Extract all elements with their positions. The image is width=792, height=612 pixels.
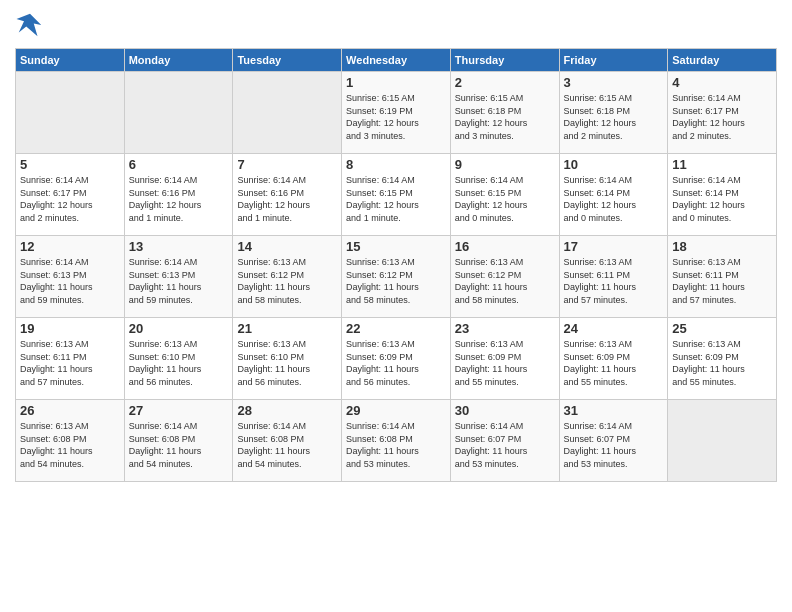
calendar-cell: 15Sunrise: 6:13 AM Sunset: 6:12 PM Dayli… xyxy=(342,236,451,318)
day-number: 8 xyxy=(346,157,446,172)
day-info: Sunrise: 6:13 AM Sunset: 6:10 PM Dayligh… xyxy=(237,338,337,388)
day-number: 6 xyxy=(129,157,229,172)
calendar-cell: 19Sunrise: 6:13 AM Sunset: 6:11 PM Dayli… xyxy=(16,318,125,400)
calendar-cell: 13Sunrise: 6:14 AM Sunset: 6:13 PM Dayli… xyxy=(124,236,233,318)
day-info: Sunrise: 6:13 AM Sunset: 6:09 PM Dayligh… xyxy=(564,338,664,388)
calendar-cell: 26Sunrise: 6:13 AM Sunset: 6:08 PM Dayli… xyxy=(16,400,125,482)
calendar-cell: 17Sunrise: 6:13 AM Sunset: 6:11 PM Dayli… xyxy=(559,236,668,318)
day-number: 2 xyxy=(455,75,555,90)
day-number: 3 xyxy=(564,75,664,90)
weekday-header: Friday xyxy=(559,49,668,72)
calendar-cell: 31Sunrise: 6:14 AM Sunset: 6:07 PM Dayli… xyxy=(559,400,668,482)
calendar-week-row: 1Sunrise: 6:15 AM Sunset: 6:19 PM Daylig… xyxy=(16,72,777,154)
day-info: Sunrise: 6:13 AM Sunset: 6:09 PM Dayligh… xyxy=(672,338,772,388)
weekday-header: Monday xyxy=(124,49,233,72)
day-number: 26 xyxy=(20,403,120,418)
day-info: Sunrise: 6:15 AM Sunset: 6:18 PM Dayligh… xyxy=(564,92,664,142)
day-number: 25 xyxy=(672,321,772,336)
day-number: 24 xyxy=(564,321,664,336)
calendar-cell: 3Sunrise: 6:15 AM Sunset: 6:18 PM Daylig… xyxy=(559,72,668,154)
calendar-cell: 4Sunrise: 6:14 AM Sunset: 6:17 PM Daylig… xyxy=(668,72,777,154)
day-number: 10 xyxy=(564,157,664,172)
calendar-cell xyxy=(668,400,777,482)
day-info: Sunrise: 6:13 AM Sunset: 6:11 PM Dayligh… xyxy=(20,338,120,388)
day-info: Sunrise: 6:13 AM Sunset: 6:12 PM Dayligh… xyxy=(346,256,446,306)
calendar-cell xyxy=(233,72,342,154)
calendar-cell: 30Sunrise: 6:14 AM Sunset: 6:07 PM Dayli… xyxy=(450,400,559,482)
day-info: Sunrise: 6:14 AM Sunset: 6:14 PM Dayligh… xyxy=(564,174,664,224)
calendar-cell: 16Sunrise: 6:13 AM Sunset: 6:12 PM Dayli… xyxy=(450,236,559,318)
day-info: Sunrise: 6:13 AM Sunset: 6:11 PM Dayligh… xyxy=(672,256,772,306)
day-number: 11 xyxy=(672,157,772,172)
day-number: 1 xyxy=(346,75,446,90)
day-number: 9 xyxy=(455,157,555,172)
day-info: Sunrise: 6:14 AM Sunset: 6:08 PM Dayligh… xyxy=(129,420,229,470)
day-number: 12 xyxy=(20,239,120,254)
day-number: 4 xyxy=(672,75,772,90)
calendar-cell: 28Sunrise: 6:14 AM Sunset: 6:08 PM Dayli… xyxy=(233,400,342,482)
day-info: Sunrise: 6:14 AM Sunset: 6:07 PM Dayligh… xyxy=(455,420,555,470)
calendar-cell: 20Sunrise: 6:13 AM Sunset: 6:10 PM Dayli… xyxy=(124,318,233,400)
calendar-week-row: 12Sunrise: 6:14 AM Sunset: 6:13 PM Dayli… xyxy=(16,236,777,318)
day-info: Sunrise: 6:13 AM Sunset: 6:08 PM Dayligh… xyxy=(20,420,120,470)
day-info: Sunrise: 6:13 AM Sunset: 6:12 PM Dayligh… xyxy=(455,256,555,306)
calendar-week-row: 19Sunrise: 6:13 AM Sunset: 6:11 PM Dayli… xyxy=(16,318,777,400)
calendar-cell: 2Sunrise: 6:15 AM Sunset: 6:18 PM Daylig… xyxy=(450,72,559,154)
day-info: Sunrise: 6:14 AM Sunset: 6:16 PM Dayligh… xyxy=(237,174,337,224)
day-number: 28 xyxy=(237,403,337,418)
weekday-header: Sunday xyxy=(16,49,125,72)
day-info: Sunrise: 6:14 AM Sunset: 6:17 PM Dayligh… xyxy=(672,92,772,142)
day-info: Sunrise: 6:14 AM Sunset: 6:16 PM Dayligh… xyxy=(129,174,229,224)
day-number: 5 xyxy=(20,157,120,172)
weekday-header: Saturday xyxy=(668,49,777,72)
page-container: SundayMondayTuesdayWednesdayThursdayFrid… xyxy=(0,0,792,492)
svg-marker-0 xyxy=(17,14,42,37)
day-number: 22 xyxy=(346,321,446,336)
day-number: 27 xyxy=(129,403,229,418)
day-info: Sunrise: 6:14 AM Sunset: 6:07 PM Dayligh… xyxy=(564,420,664,470)
calendar-cell: 11Sunrise: 6:14 AM Sunset: 6:14 PM Dayli… xyxy=(668,154,777,236)
weekday-header: Thursday xyxy=(450,49,559,72)
day-number: 29 xyxy=(346,403,446,418)
calendar-week-row: 5Sunrise: 6:14 AM Sunset: 6:17 PM Daylig… xyxy=(16,154,777,236)
day-info: Sunrise: 6:13 AM Sunset: 6:11 PM Dayligh… xyxy=(564,256,664,306)
calendar-cell: 23Sunrise: 6:13 AM Sunset: 6:09 PM Dayli… xyxy=(450,318,559,400)
calendar-cell: 27Sunrise: 6:14 AM Sunset: 6:08 PM Dayli… xyxy=(124,400,233,482)
calendar-cell: 8Sunrise: 6:14 AM Sunset: 6:15 PM Daylig… xyxy=(342,154,451,236)
day-number: 15 xyxy=(346,239,446,254)
day-info: Sunrise: 6:13 AM Sunset: 6:12 PM Dayligh… xyxy=(237,256,337,306)
calendar-week-row: 26Sunrise: 6:13 AM Sunset: 6:08 PM Dayli… xyxy=(16,400,777,482)
calendar-cell xyxy=(16,72,125,154)
calendar-cell: 12Sunrise: 6:14 AM Sunset: 6:13 PM Dayli… xyxy=(16,236,125,318)
calendar-cell: 24Sunrise: 6:13 AM Sunset: 6:09 PM Dayli… xyxy=(559,318,668,400)
day-number: 19 xyxy=(20,321,120,336)
day-number: 31 xyxy=(564,403,664,418)
day-number: 18 xyxy=(672,239,772,254)
calendar-cell: 21Sunrise: 6:13 AM Sunset: 6:10 PM Dayli… xyxy=(233,318,342,400)
calendar-cell: 6Sunrise: 6:14 AM Sunset: 6:16 PM Daylig… xyxy=(124,154,233,236)
calendar-cell: 18Sunrise: 6:13 AM Sunset: 6:11 PM Dayli… xyxy=(668,236,777,318)
day-number: 13 xyxy=(129,239,229,254)
day-number: 17 xyxy=(564,239,664,254)
calendar-cell: 1Sunrise: 6:15 AM Sunset: 6:19 PM Daylig… xyxy=(342,72,451,154)
day-info: Sunrise: 6:14 AM Sunset: 6:14 PM Dayligh… xyxy=(672,174,772,224)
day-number: 7 xyxy=(237,157,337,172)
calendar-cell: 7Sunrise: 6:14 AM Sunset: 6:16 PM Daylig… xyxy=(233,154,342,236)
day-info: Sunrise: 6:14 AM Sunset: 6:08 PM Dayligh… xyxy=(346,420,446,470)
calendar-cell: 10Sunrise: 6:14 AM Sunset: 6:14 PM Dayli… xyxy=(559,154,668,236)
weekday-header-row: SundayMondayTuesdayWednesdayThursdayFrid… xyxy=(16,49,777,72)
weekday-header: Wednesday xyxy=(342,49,451,72)
calendar-cell: 25Sunrise: 6:13 AM Sunset: 6:09 PM Dayli… xyxy=(668,318,777,400)
day-info: Sunrise: 6:15 AM Sunset: 6:18 PM Dayligh… xyxy=(455,92,555,142)
calendar-cell: 5Sunrise: 6:14 AM Sunset: 6:17 PM Daylig… xyxy=(16,154,125,236)
header xyxy=(15,10,777,40)
calendar-cell: 22Sunrise: 6:13 AM Sunset: 6:09 PM Dayli… xyxy=(342,318,451,400)
calendar-cell xyxy=(124,72,233,154)
day-info: Sunrise: 6:13 AM Sunset: 6:09 PM Dayligh… xyxy=(455,338,555,388)
day-info: Sunrise: 6:14 AM Sunset: 6:13 PM Dayligh… xyxy=(129,256,229,306)
weekday-header: Tuesday xyxy=(233,49,342,72)
day-info: Sunrise: 6:14 AM Sunset: 6:15 PM Dayligh… xyxy=(455,174,555,224)
day-info: Sunrise: 6:14 AM Sunset: 6:13 PM Dayligh… xyxy=(20,256,120,306)
day-info: Sunrise: 6:14 AM Sunset: 6:17 PM Dayligh… xyxy=(20,174,120,224)
day-number: 23 xyxy=(455,321,555,336)
